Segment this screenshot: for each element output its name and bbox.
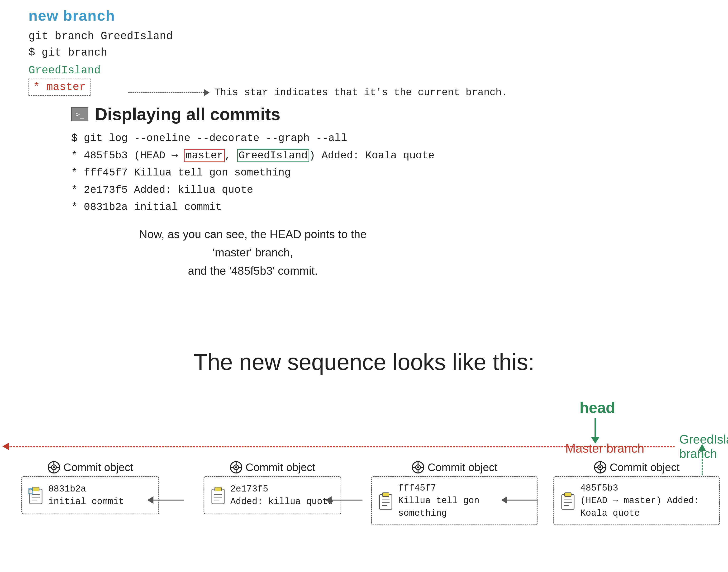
svg-rect-33 — [380, 495, 392, 509]
new-branch-title: new branch — [28, 7, 173, 24]
arrow-head-3-2 — [325, 496, 332, 504]
commit-object-label-3: Commit object — [411, 460, 498, 474]
commit-object-text-4: Commit object — [610, 461, 679, 474]
commits-section: >_ Displaying all commits $ git log --on… — [71, 104, 435, 280]
branch-output: GreedIsland * master This star indicates… — [28, 64, 173, 96]
commit-text-2: 2e173f5 Added: killua quote — [230, 483, 333, 508]
head-arrow-down — [591, 418, 599, 443]
commit-box-2: 2e173f5 Added: killua quote — [204, 476, 341, 514]
svg-rect-8 — [32, 487, 39, 491]
arrow-4-to-3 — [501, 496, 538, 504]
svg-point-40 — [599, 466, 601, 468]
note-line3: and the '485f5b3' commit. — [71, 262, 435, 280]
arrow-line-4-3 — [507, 500, 538, 501]
note-text: Now, as you can see, the HEAD points to … — [71, 225, 435, 280]
code-line-1: git branch GreedIsland — [28, 28, 173, 45]
red-arrow-left-icon — [2, 443, 9, 450]
arrow-3-to-2 — [325, 496, 362, 504]
svg-point-16 — [235, 466, 237, 468]
cmd2: * 485f5b3 (HEAD → master, GreedIsland) A… — [71, 147, 435, 164]
star-master: * master — [33, 81, 86, 93]
arrow-down-line — [595, 418, 596, 437]
commit-desc-4: (HEAD → master) Added: Koala quote — [580, 494, 713, 519]
cmd1: $ git log --oneline --decorate --graph -… — [71, 130, 435, 147]
annotation-arrow: This star indicates that it's the curren… — [128, 87, 508, 98]
commit-box-1: 📋 0831b2a initial commit — [21, 476, 159, 514]
commit-object-text-3: Commit object — [427, 461, 498, 474]
commit-log-lines: $ git log --oneline --decorate --graph -… — [71, 130, 435, 216]
commit-id-2: 2e173f5 — [230, 483, 333, 495]
commit-id-4: 485f5b3 — [580, 482, 713, 494]
commit-desc-2: Added: killua quote — [230, 495, 333, 508]
commit-text-1: 0831b2a initial commit — [48, 483, 124, 508]
cmd5: * 0831b2a initial commit — [71, 199, 435, 216]
clipboard-icon-1: 📋 — [28, 486, 44, 505]
arrow-up-head-icon — [698, 444, 706, 451]
commit-object-text-2: Commit object — [246, 461, 316, 474]
commit-object-label-4: Commit object — [594, 460, 679, 474]
clipboard-icon-3 — [378, 491, 394, 510]
sequence-title: The new sequence looks like this: — [194, 349, 534, 375]
note-line2: 'master' branch, — [71, 243, 435, 262]
section-title: Displaying all commits — [95, 104, 280, 124]
commit-eye-icon-4 — [594, 460, 607, 474]
commit-object-label-2: Commit object — [229, 460, 316, 474]
commit-object-text-1: Commit object — [63, 461, 133, 474]
commit-desc-1: initial commit — [48, 495, 124, 508]
clipboard-icon-2 — [210, 486, 226, 505]
section-title-row: >_ Displaying all commits — [71, 104, 435, 124]
commit-box-4: 485f5b3 (HEAD → master) Added: Koala quo… — [553, 476, 720, 525]
commit-eye-icon-2 — [229, 460, 243, 474]
commit-eye-icon-3 — [411, 460, 425, 474]
arrow-line-2-1 — [153, 500, 184, 501]
head-label: head — [580, 399, 615, 417]
master-branch-line — [5, 446, 674, 447]
branch-name-green: GreedIsland — [28, 64, 173, 77]
cmd3: * fff45f7 Killua tell gon something — [71, 164, 435, 182]
commit-object-label-1: Commit object — [47, 460, 133, 474]
arrow-2-to-1 — [147, 496, 184, 504]
commit-item-2: Commit object 2e173f5 Added: killua quot… — [189, 460, 355, 514]
commit-id-3: fff45f7 — [398, 482, 531, 494]
terminal-icon-inner: >_ — [75, 110, 84, 119]
svg-rect-22 — [215, 487, 221, 491]
master-branch-label: Master branch — [565, 441, 644, 455]
commit-eye-icon-1 — [47, 460, 61, 474]
svg-text:📋: 📋 — [28, 489, 33, 494]
commit-text-4: 485f5b3 (HEAD → master) Added: Koala quo… — [580, 482, 713, 520]
annotation-text: This star indicates that it's the curren… — [214, 87, 508, 98]
code-line-2: $ git branch — [28, 45, 173, 61]
svg-rect-45 — [562, 495, 574, 509]
commit-item-4: Commit object 485f5b3 (HEAD → master) Ad… — [553, 460, 720, 525]
arrow-line-3-2 — [332, 500, 362, 501]
commit-row: Commit object 📋 0831b2a initial commit — [7, 460, 720, 525]
arrow-right-icon — [204, 89, 209, 96]
branch-box: * master — [28, 79, 90, 96]
arrow-head-4-3 — [501, 496, 507, 504]
note-line1: Now, as you can see, the HEAD points to … — [71, 225, 435, 243]
terminal-icon: >_ — [71, 107, 88, 121]
new-branch-section: new branch git branch GreedIsland $ git … — [28, 7, 173, 96]
arrow-head-2-1 — [147, 496, 153, 504]
svg-point-28 — [417, 466, 419, 468]
cmd4: * 2e173f5 Added: killua quote — [71, 182, 435, 199]
svg-rect-21 — [212, 489, 224, 504]
sequence-title-section: The new sequence looks like this: — [0, 349, 728, 375]
svg-rect-34 — [382, 493, 389, 497]
dashed-line — [128, 92, 204, 93]
commit-item-3: Commit object fff45f7 Killua tell gon so… — [371, 460, 537, 525]
clipboard-icon-4 — [560, 491, 576, 510]
commit-item-1: Commit object 📋 0831b2a initial commit — [7, 460, 174, 514]
svg-point-2 — [53, 466, 55, 468]
commit-id-1: 0831b2a — [48, 483, 124, 495]
svg-rect-46 — [565, 493, 571, 497]
